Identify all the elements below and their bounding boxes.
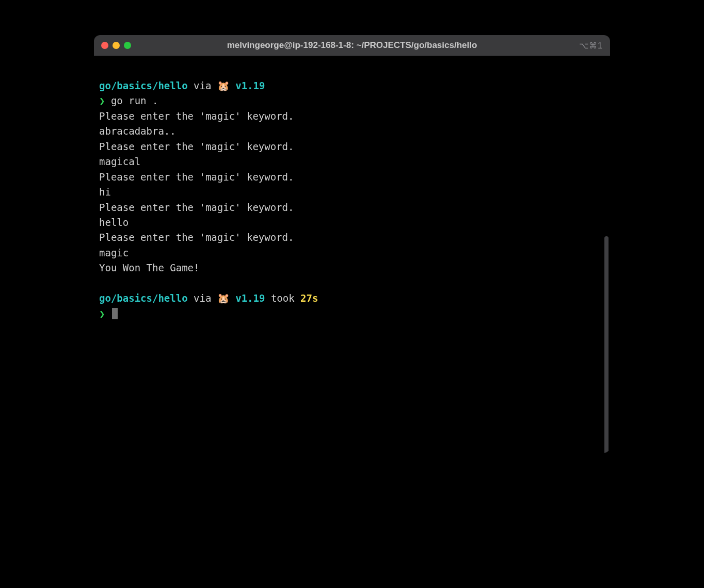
output-line: hi [99,185,605,200]
output-line: Please enter the 'magic' keyword. [99,200,605,215]
window-shortcut-label: ⌥⌘1 [579,41,603,51]
blank-line [99,276,605,291]
prompt-path: go/basics/hello [99,80,188,91]
scrollbar-thumb[interactable] [604,236,609,453]
window-title: melvingeorge@ip-192-168-1-8: ~/PROJECTS/… [227,40,477,51]
prompt-via: via [188,80,217,91]
prompt-arrow-icon: ❯ [99,95,105,106]
prompt-input-line[interactable]: ❯ [99,306,605,321]
duration-value: 27s [300,292,318,304]
prompt-via: via [188,292,217,304]
hamster-icon: 🐹 [217,293,230,304]
maximize-icon[interactable] [124,42,131,49]
titlebar: melvingeorge@ip-192-168-1-8: ~/PROJECTS/… [94,35,610,56]
took-label: took [265,292,300,304]
command-text: go run . [105,95,158,106]
go-version: v1.19 [230,292,265,304]
traffic-lights [101,42,131,49]
terminal-body[interactable]: go/basics/hello via 🐹 v1.19 ❯ go run . P… [94,56,610,453]
go-version: v1.19 [230,80,265,91]
output-line: Please enter the 'magic' keyword. [99,170,605,185]
output-line: You Won The Game! [99,260,605,275]
prompt-line: go/basics/hello via 🐹 v1.19 [99,78,605,93]
command-line: ❯ go run . [99,93,605,108]
minimize-icon[interactable] [113,42,120,49]
output-line: abracadabra.. [99,124,605,139]
output-line: Please enter the 'magic' keyword. [99,139,605,154]
output-line: magical [99,154,605,169]
output-line: magic [99,246,605,260]
prompt-path: go/basics/hello [99,292,188,304]
output-line: Please enter the 'magic' keyword. [99,109,605,124]
prompt-line: go/basics/hello via 🐹 v1.19 took 27s [99,291,605,306]
output-line: Please enter the 'magic' keyword. [99,230,605,245]
close-icon[interactable] [101,42,108,49]
prompt-arrow-icon: ❯ [99,308,105,319]
cursor-icon [112,308,118,319]
output-line: hello [99,215,605,230]
terminal-window: melvingeorge@ip-192-168-1-8: ~/PROJECTS/… [94,35,610,453]
hamster-icon: 🐹 [217,80,230,91]
